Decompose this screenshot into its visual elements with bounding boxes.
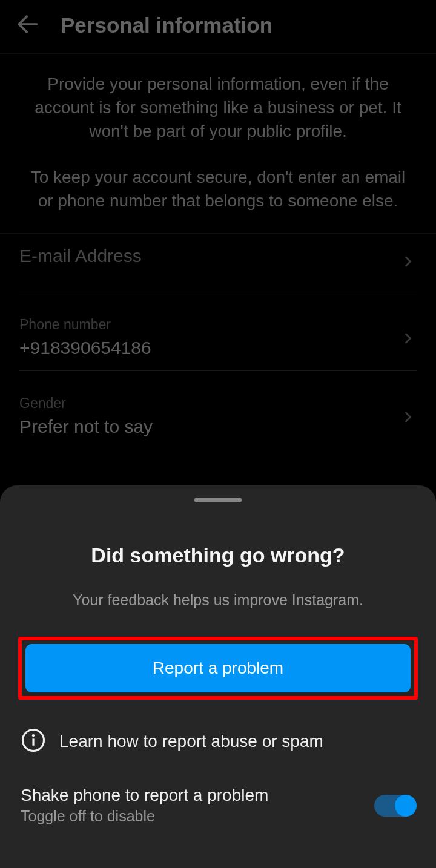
intro-text: Provide your personal information, even … bbox=[0, 54, 436, 233]
chevron-right-icon bbox=[400, 330, 417, 349]
chevron-right-icon bbox=[400, 253, 417, 272]
phone-field-row[interactable]: Phone number +918390654186 bbox=[19, 309, 417, 371]
header: Personal information bbox=[0, 0, 436, 53]
chevron-right-icon bbox=[400, 409, 417, 428]
intro-paragraph-1: Provide your personal information, even … bbox=[24, 72, 412, 143]
toggle-knob bbox=[395, 795, 417, 817]
gender-value: Prefer not to say bbox=[19, 416, 417, 437]
email-label: E-mail Address bbox=[19, 241, 417, 266]
annotation-highlight: Report a problem bbox=[18, 637, 418, 700]
email-field-row[interactable]: E-mail Address bbox=[19, 234, 417, 292]
gender-field-row[interactable]: Gender Prefer not to say bbox=[19, 388, 417, 449]
info-icon bbox=[21, 728, 46, 755]
back-arrow-icon[interactable] bbox=[15, 11, 41, 40]
phone-label: Phone number bbox=[19, 317, 417, 333]
sheet-title: Did something go wrong? bbox=[18, 544, 418, 567]
drag-handle[interactable] bbox=[194, 498, 242, 502]
gender-label: Gender bbox=[19, 395, 417, 412]
sheet-subtitle: Your feedback helps us improve Instagram… bbox=[18, 591, 418, 609]
svg-point-3 bbox=[32, 734, 35, 737]
bottom-sheet: Did something go wrong? Your feedback he… bbox=[0, 485, 436, 868]
shake-toggle-row: Shake phone to report a problem Toggle o… bbox=[18, 786, 418, 825]
intro-paragraph-2: To keep your account secure, don't enter… bbox=[24, 165, 412, 212]
phone-value: +918390654186 bbox=[19, 338, 417, 358]
shake-toggle[interactable] bbox=[374, 795, 415, 817]
learn-abuse-link[interactable]: Learn how to report abuse or spam bbox=[18, 725, 418, 786]
report-problem-button[interactable]: Report a problem bbox=[25, 644, 411, 692]
page-title: Personal information bbox=[61, 13, 272, 38]
shake-title: Shake phone to report a problem bbox=[21, 786, 374, 805]
shake-subtitle: Toggle off to disable bbox=[21, 807, 374, 825]
learn-abuse-text: Learn how to report abuse or spam bbox=[59, 732, 323, 751]
